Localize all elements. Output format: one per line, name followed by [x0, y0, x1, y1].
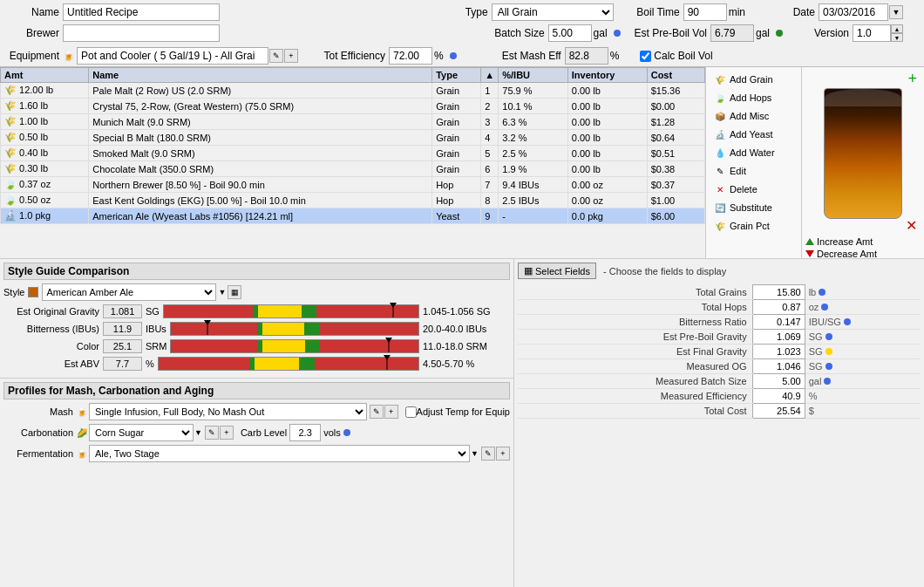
stat-unit: lb — [805, 285, 921, 300]
col-cost: Cost — [647, 68, 704, 83]
cell-cost: $0.00 — [647, 99, 704, 114]
stat-value: 0.87 — [752, 300, 805, 315]
calc-boil-checkbox[interactable] — [640, 51, 651, 62]
mash-select[interactable]: Single Infusion, Full Body, No Mash Out — [89, 403, 367, 420]
add-grain-btn[interactable]: 🌾 Add Grain — [710, 71, 798, 88]
carb-edit-btn[interactable]: ✎ — [205, 426, 219, 440]
table-row[interactable]: 🌾 1.00 lb Munich Malt (9.0 SRM) Grain 3 … — [1, 114, 705, 130]
preboil-input[interactable] — [710, 24, 754, 42]
table-row[interactable]: 🍃 0.50 oz East Kent Goldings (EKG) [5.00… — [1, 193, 705, 208]
substitute-btn[interactable]: 🔄 Substitute — [710, 199, 798, 216]
style-row-value[interactable] — [103, 339, 142, 353]
stat-label: Measured Batch Size — [518, 374, 752, 389]
add-hops-btn[interactable]: 🍃 Add Hops — [710, 89, 798, 106]
style-row-unit: SRM — [146, 341, 166, 352]
style-row-value[interactable] — [103, 304, 142, 318]
version-up-btn[interactable]: ▲ — [891, 24, 903, 33]
style-select[interactable]: American Amber Ale — [42, 283, 216, 301]
cell-cost: $0.37 — [647, 177, 704, 193]
style-row-label: Color — [3, 341, 99, 352]
grain-pct-btn[interactable]: 🌾 Grain Pct — [710, 217, 798, 235]
type-select[interactable]: All Grain — [492, 3, 614, 21]
boil-time-label: Boil Time — [628, 6, 680, 18]
batch-size-dot — [614, 30, 621, 37]
add-yeast-btn[interactable]: 🔬 Add Yeast — [710, 126, 798, 143]
ferm-select[interactable]: Ale, Two Stage — [89, 445, 470, 462]
version-input[interactable] — [853, 24, 891, 42]
cell-cost: $1.00 — [647, 193, 704, 208]
remove-image-btn[interactable]: ✕ — [906, 219, 917, 233]
cell-cost: $0.51 — [647, 146, 704, 161]
delete-btn[interactable]: ✕ Delete — [710, 181, 798, 198]
brewer-input[interactable] — [63, 24, 220, 42]
fermentation-label: Fermentation — [3, 448, 73, 459]
cell-cost: $0.64 — [647, 130, 704, 146]
edit-btn[interactable]: ✎ Edit — [710, 162, 798, 180]
add-misc-btn[interactable]: 📦 Add Misc — [710, 107, 798, 125]
table-row[interactable]: 🌾 0.30 lb Chocolate Malt (350.0 SRM) Gra… — [1, 161, 705, 177]
mash-new-btn[interactable]: + — [384, 405, 398, 419]
stat-label: Est Pre-Boil Gravity — [518, 330, 752, 345]
style-filter-btn[interactable]: ▦ — [228, 285, 241, 299]
cell-amt: 🌾 1.00 lb — [1, 114, 89, 130]
date-label: Date — [763, 6, 815, 18]
style-row-value[interactable] — [103, 322, 142, 336]
mash-label: Mash — [3, 406, 73, 417]
cell-name: Special B Malt (180.0 SRM) — [89, 130, 432, 146]
stats-row: Total Hops 0.87 oz — [518, 300, 921, 315]
carb-new-btn[interactable]: + — [220, 426, 234, 440]
style-row-range: 4.50-5.70 % — [423, 358, 510, 369]
stat-value: 25.54 — [752, 404, 805, 419]
stats-row: Est Pre-Boil Gravity 1.069 SG — [518, 330, 921, 345]
bar-line — [207, 323, 208, 335]
carb-select[interactable]: Corn Sugar — [89, 424, 194, 441]
version-down-btn[interactable]: ▼ — [891, 33, 903, 42]
style-bar — [163, 304, 419, 318]
tot-eff-input[interactable] — [389, 47, 432, 65]
date-input[interactable] — [819, 3, 888, 21]
adjust-temp-checkbox[interactable] — [405, 406, 417, 418]
date-picker-btn[interactable]: ▼ — [889, 5, 903, 19]
batch-size-input[interactable] — [548, 24, 592, 42]
stat-label: Est Final Gravity — [518, 345, 752, 359]
increase-amt-btn[interactable]: Increase Amt — [805, 236, 921, 247]
cell-type: Hop — [432, 193, 481, 208]
table-row[interactable]: 🌾 12.00 lb Pale Malt (2 Row) US (2.0 SRM… — [1, 83, 705, 99]
cell-pct: 2.5 % — [499, 146, 568, 161]
mash-eff-input[interactable] — [565, 47, 608, 65]
boil-time-unit: min — [729, 6, 745, 18]
equip-edit-btn[interactable]: ✎ — [269, 49, 283, 63]
ferm-edit-btn[interactable]: ✎ — [481, 447, 495, 461]
mash-edit-btn[interactable]: ✎ — [370, 405, 384, 419]
table-row[interactable]: 🌾 1.60 lb Crystal 75, 2-Row, (Great West… — [1, 99, 705, 114]
table-row[interactable]: 🍃 0.37 oz Northern Brewer [8.50 %] - Boi… — [1, 177, 705, 193]
equipment-input[interactable] — [77, 47, 268, 65]
stat-unit: SG — [805, 359, 921, 374]
select-fields-btn[interactable]: ▦ Select Fields — [518, 263, 596, 279]
bar-line — [386, 358, 388, 370]
table-row[interactable]: 🔬 1.0 pkg American Ale (Wyeast Labs #105… — [1, 208, 705, 224]
cell-name: Crystal 75, 2-Row, (Great Western) (75.0… — [89, 99, 432, 114]
cell-amt: 🌾 0.50 lb — [1, 130, 89, 146]
stat-label: Measured Efficiency — [518, 389, 752, 404]
table-row[interactable]: 🌾 0.50 lb Special B Malt (180.0 SRM) Gra… — [1, 130, 705, 146]
cell-pct: 6.3 % — [499, 114, 568, 130]
carb-level-unit: vols — [323, 427, 341, 438]
cell-order: 1 — [481, 83, 499, 99]
preboil-label: Est Pre-Boil Vol — [635, 27, 707, 39]
add-water-btn[interactable]: 💧 Add Water — [710, 144, 798, 161]
table-row[interactable]: 🌾 0.40 lb Smoked Malt (9.0 SRM) Grain 5 … — [1, 146, 705, 161]
cell-amt: 🔬 1.0 pkg — [1, 208, 89, 224]
select-fields-icon: ▦ — [524, 265, 533, 276]
boil-time-input[interactable] — [683, 3, 727, 21]
stat-label: Total Hops — [518, 300, 752, 315]
decrease-amt-btn[interactable]: Decrease Amt — [805, 249, 921, 258]
add-image-btn[interactable]: + — [907, 71, 917, 86]
equip-new-btn[interactable]: + — [284, 49, 298, 63]
name-input[interactable] — [63, 3, 220, 21]
stats-row: Measured Batch Size 5.00 gal — [518, 374, 921, 389]
ferm-new-btn[interactable]: + — [496, 447, 510, 461]
style-row-value[interactable] — [103, 357, 142, 371]
style-row-unit: SG — [146, 306, 160, 317]
carb-level-input[interactable] — [289, 424, 321, 441]
